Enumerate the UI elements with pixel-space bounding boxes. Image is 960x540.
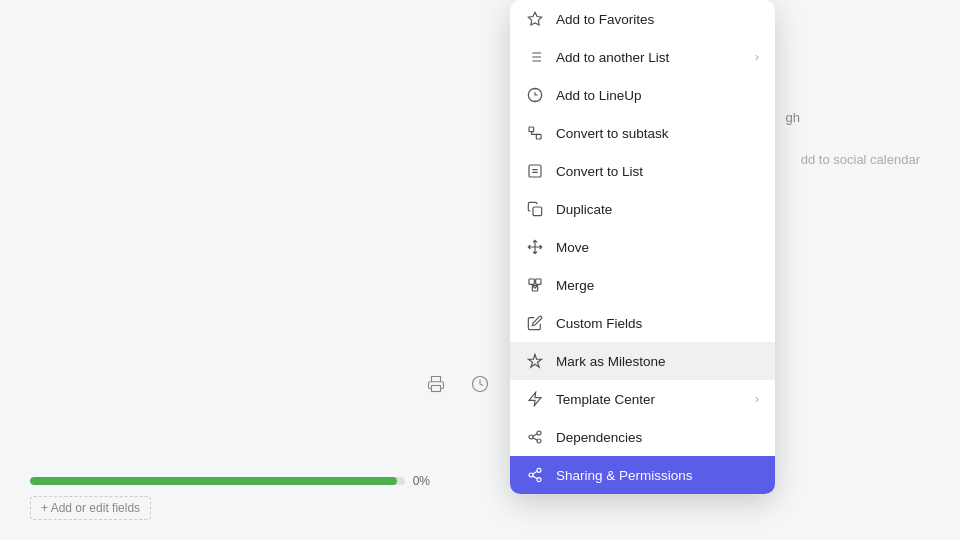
svg-line-33	[533, 471, 538, 474]
menu-item-sharing[interactable]: Sharing & Permissions	[510, 456, 775, 494]
menu-item-template-center[interactable]: Template Center ›	[510, 380, 775, 418]
history-icon[interactable]	[464, 368, 496, 400]
right-text-2: dd to social calendar	[801, 152, 920, 167]
svg-marker-23	[529, 392, 541, 405]
svg-point-25	[537, 431, 541, 435]
add-another-list-label: Add to another List	[556, 50, 743, 65]
svg-point-24	[529, 435, 533, 439]
convert-list-label: Convert to List	[556, 164, 759, 179]
merge-icon	[526, 276, 544, 294]
svg-point-30	[529, 473, 533, 477]
menu-item-convert-list[interactable]: Convert to List	[510, 152, 775, 190]
list-add-icon	[526, 48, 544, 66]
svg-line-28	[533, 438, 537, 441]
move-icon	[526, 238, 544, 256]
progress-label: 0%	[413, 474, 430, 488]
progress-fill	[30, 477, 397, 485]
svg-rect-18	[529, 279, 534, 284]
progress-container: 0%	[30, 474, 430, 488]
lineup-icon	[526, 86, 544, 104]
bottom-bar: 0% + Add or edit fields	[30, 474, 430, 520]
svg-line-32	[533, 476, 538, 479]
dependencies-label: Dependencies	[556, 430, 759, 445]
convert-subtask-icon	[526, 124, 544, 142]
menu-item-convert-subtask[interactable]: Convert to subtask	[510, 114, 775, 152]
svg-rect-19	[536, 279, 541, 284]
template-center-label: Template Center	[556, 392, 743, 407]
star-icon	[526, 10, 544, 28]
menu-item-add-another-list[interactable]: Add to another List ›	[510, 38, 775, 76]
dependencies-icon	[526, 428, 544, 446]
custom-fields-icon	[526, 314, 544, 332]
add-favorites-label: Add to Favorites	[556, 12, 759, 27]
menu-item-add-lineup[interactable]: Add to LineUp	[510, 76, 775, 114]
svg-rect-14	[529, 165, 541, 177]
sharing-label: Sharing & Permissions	[556, 468, 759, 483]
svg-point-31	[537, 478, 541, 482]
convert-subtask-label: Convert to subtask	[556, 126, 759, 141]
svg-line-27	[533, 434, 537, 437]
svg-rect-13	[536, 134, 541, 139]
background	[0, 0, 960, 540]
right-text-1: gh	[786, 110, 800, 125]
template-icon	[526, 390, 544, 408]
convert-list-icon	[526, 162, 544, 180]
print-icon[interactable]	[420, 368, 452, 400]
menu-item-milestone[interactable]: Mark as Milestone	[510, 342, 775, 380]
milestone-icon	[526, 352, 544, 370]
move-label: Move	[556, 240, 759, 255]
add-fields-button[interactable]: + Add or edit fields	[30, 496, 151, 520]
share-icon	[526, 466, 544, 484]
svg-rect-0	[432, 386, 441, 392]
menu-item-duplicate[interactable]: Duplicate	[510, 190, 775, 228]
add-lineup-label: Add to LineUp	[556, 88, 759, 103]
progress-track	[30, 477, 405, 485]
custom-fields-label: Custom Fields	[556, 316, 759, 331]
svg-marker-2	[528, 12, 541, 25]
milestone-label: Mark as Milestone	[556, 354, 747, 369]
menu-item-custom-fields[interactable]: Custom Fields	[510, 304, 775, 342]
menu-item-add-favorites[interactable]: Add to Favorites	[510, 0, 775, 38]
svg-point-29	[537, 468, 541, 472]
arrow-icon-template: ›	[755, 392, 759, 406]
duplicate-label: Duplicate	[556, 202, 759, 217]
menu-item-move[interactable]: Move	[510, 228, 775, 266]
svg-point-26	[537, 439, 541, 443]
context-menu: Add to Favorites Add to another List ›	[510, 0, 775, 494]
duplicate-icon	[526, 200, 544, 218]
bottom-icons-container	[420, 368, 496, 400]
menu-item-merge[interactable]: Merge	[510, 266, 775, 304]
svg-rect-12	[529, 127, 534, 132]
svg-rect-17	[533, 207, 542, 216]
menu-item-dependencies[interactable]: Dependencies	[510, 418, 775, 456]
arrow-icon-list: ›	[755, 50, 759, 64]
merge-label: Merge	[556, 278, 759, 293]
